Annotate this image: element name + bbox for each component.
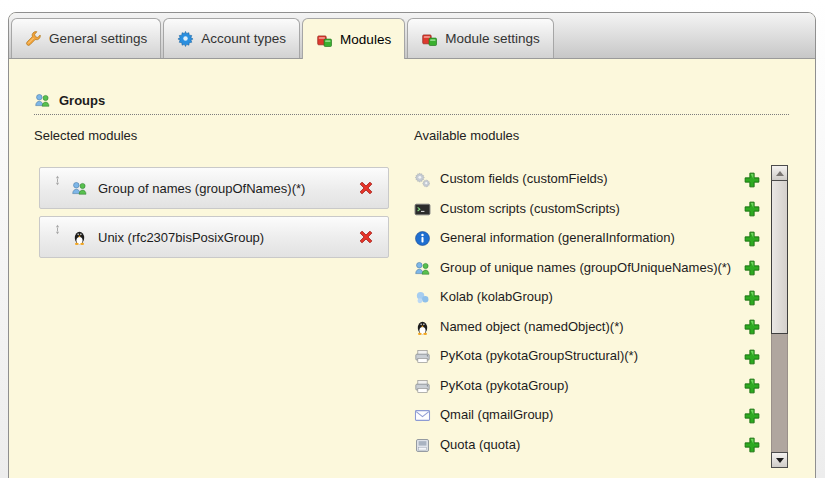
wrench-icon bbox=[25, 30, 42, 47]
remove-module-button[interactable] bbox=[357, 228, 375, 246]
add-module-button[interactable] bbox=[743, 407, 761, 425]
selected-modules-label: Selected modules bbox=[34, 128, 414, 143]
module-label: PyKota (pykotaGroup) bbox=[440, 377, 735, 396]
tab-module-settings[interactable]: Module settings bbox=[407, 18, 554, 58]
tab-modules[interactable]: Modules bbox=[302, 18, 405, 59]
modules-tab-content: Groups Selected modules Group of names (… bbox=[9, 92, 815, 468]
module-label: Named object (namedObject)(*) bbox=[440, 318, 735, 337]
disk-icon bbox=[414, 437, 431, 454]
tab-account-types[interactable]: Account types bbox=[163, 18, 300, 58]
remove-module-button[interactable] bbox=[357, 179, 375, 197]
available-module-row: Custom fields (customFields) bbox=[414, 165, 761, 195]
triangle-down-icon bbox=[776, 458, 784, 463]
selected-modules-list: Group of names (groupOfNames)(*) Unix (r… bbox=[39, 167, 389, 258]
tux-icon bbox=[414, 319, 431, 336]
module-label: Kolab (kolabGroup) bbox=[440, 288, 735, 307]
available-module-row: General information (generalInformation) bbox=[414, 224, 761, 254]
group-icon bbox=[414, 260, 431, 277]
scroll-track[interactable] bbox=[771, 334, 788, 452]
selected-module-row[interactable]: Group of names (groupOfNames)(*) bbox=[39, 167, 389, 209]
triangle-up-icon bbox=[776, 171, 784, 176]
available-module-row: Quota (quota) bbox=[414, 431, 761, 461]
module-label: Custom scripts (customScripts) bbox=[440, 200, 735, 219]
add-module-button[interactable] bbox=[743, 259, 761, 277]
add-module-button[interactable] bbox=[743, 377, 761, 395]
selected-modules-column: Selected modules Group of names (groupOf… bbox=[34, 128, 414, 468]
available-module-row: PyKota (pykotaGroup) bbox=[414, 372, 761, 402]
modules-icon bbox=[316, 31, 333, 48]
module-label: Group of unique names (groupOfUniqueName… bbox=[440, 259, 735, 278]
printer-icon bbox=[414, 378, 431, 395]
available-modules-column: Available modules Custom fields (customF… bbox=[414, 128, 789, 468]
drag-handle-icon[interactable] bbox=[52, 173, 63, 188]
module-label: Unix (rfc2307bisPosixGroup) bbox=[98, 230, 357, 245]
scrollbar[interactable] bbox=[771, 165, 788, 468]
section-title: Groups bbox=[59, 93, 105, 108]
printer-icon bbox=[414, 348, 431, 365]
add-module-button[interactable] bbox=[743, 171, 761, 189]
groups-icon bbox=[34, 92, 51, 109]
group-icon bbox=[71, 180, 88, 197]
module-label: Group of names (groupOfNames)(*) bbox=[98, 181, 357, 196]
available-modules-list: Custom fields (customFields) Custom scri… bbox=[414, 165, 761, 468]
available-module-row: Custom scripts (customScripts) bbox=[414, 195, 761, 225]
selected-module-row[interactable]: Unix (rfc2307bisPosixGroup) bbox=[39, 216, 389, 258]
add-module-button[interactable] bbox=[743, 230, 761, 248]
module-label: General information (generalInformation) bbox=[440, 229, 735, 248]
tab-general-settings[interactable]: General settings bbox=[11, 18, 161, 58]
add-module-button[interactable] bbox=[743, 436, 761, 454]
gears-icon bbox=[414, 171, 431, 188]
info-icon bbox=[414, 230, 431, 247]
tab-label: General settings bbox=[49, 31, 147, 46]
module-label: Quota (quota) bbox=[440, 436, 735, 455]
available-module-row: Kolab (kolabGroup) bbox=[414, 283, 761, 313]
module-label: Custom fields (customFields) bbox=[440, 170, 735, 189]
add-module-button[interactable] bbox=[743, 200, 761, 218]
scroll-up-button[interactable] bbox=[771, 165, 788, 181]
gear-icon bbox=[177, 30, 194, 47]
available-modules-wrap: Custom fields (customFields) Custom scri… bbox=[414, 165, 789, 468]
available-module-row: Qmail (qmailGroup) bbox=[414, 401, 761, 431]
scroll-thumb[interactable] bbox=[771, 181, 788, 334]
scroll-down-button[interactable] bbox=[771, 452, 788, 468]
tux-icon bbox=[71, 229, 88, 246]
module-columns: Selected modules Group of names (groupOf… bbox=[34, 128, 789, 468]
settings-panel: General settings Account types Modules M… bbox=[8, 12, 816, 478]
kolab-icon bbox=[414, 289, 431, 306]
add-module-button[interactable] bbox=[743, 318, 761, 336]
add-module-button[interactable] bbox=[743, 348, 761, 366]
modules-icon bbox=[421, 30, 438, 47]
mail-icon bbox=[414, 407, 431, 424]
available-modules-label: Available modules bbox=[414, 128, 789, 143]
tab-label: Modules bbox=[340, 32, 391, 47]
tab-label: Module settings bbox=[445, 31, 540, 46]
terminal-icon bbox=[414, 201, 431, 218]
module-label: PyKota (pykotaGroupStructural)(*) bbox=[440, 347, 735, 366]
tab-bar: General settings Account types Modules M… bbox=[9, 13, 815, 59]
available-module-row: Group of unique names (groupOfUniqueName… bbox=[414, 254, 761, 284]
add-module-button[interactable] bbox=[743, 289, 761, 307]
section-header: Groups bbox=[34, 92, 789, 115]
tab-label: Account types bbox=[201, 31, 286, 46]
available-module-row: Named object (namedObject)(*) bbox=[414, 313, 761, 343]
drag-handle-icon[interactable] bbox=[52, 222, 63, 237]
available-module-row: PyKota (pykotaGroupStructural)(*) bbox=[414, 342, 761, 372]
module-label: Qmail (qmailGroup) bbox=[440, 406, 735, 425]
